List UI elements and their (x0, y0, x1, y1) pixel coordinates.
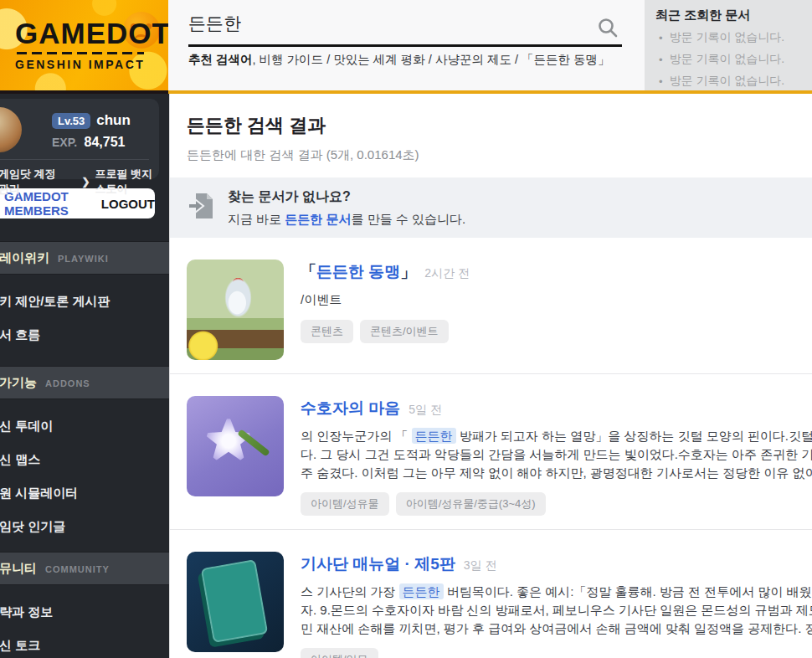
result-divider (170, 529, 812, 530)
sidebar-item-popular-posts[interactable]: 게임닷 인기글 (0, 510, 169, 543)
exp-label: EXP. (52, 136, 77, 149)
sidebar-item-wiki-board[interactable]: 위키 제안/토론 게시판 (0, 285, 169, 318)
logo-subtitle: GENSHIN IMPACT (15, 58, 168, 71)
sidebar-item-doc-flow[interactable]: 문서 흐름 (0, 318, 169, 352)
description-line: 의 인장누군가의 「 든든한 방패가 되고자 하는 열망」을 상징하는 깃털 모… (301, 427, 812, 445)
sidebar-item-genshin-today[interactable]: 원신 투데이 (0, 409, 169, 443)
result-tags: 콘텐츠콘텐츠/이벤트 (301, 320, 470, 343)
sidebar-item-genshin-maps[interactable]: 원신 맵스 (0, 443, 169, 476)
create-document-notice: 찾는 문서가 없나요? 지금 바로 든든한 문서를 만들 수 있습니다. (170, 177, 812, 238)
result-path: /이벤트 (301, 292, 470, 308)
description-line: 스 기사단의 가장 든든한 버팀목이다. 좋은 예시:「정말 훌륭해. 방금 전… (301, 583, 812, 601)
logo-title: GAMEDOT (15, 18, 168, 48)
notice-title: 찾는 문서가 없나요? (228, 188, 465, 206)
account-manage-link[interactable]: 게임닷 계정 관리 (0, 167, 58, 197)
recent-document-item: •방문 기록이 없습니다. (655, 74, 812, 89)
search-result-item: 수호자의 마음 5일 전 의 인장누군가의 「 든든한 방패가 되고자 하는 열… (170, 396, 812, 516)
sidebar-section-community: 커뮤니티COMMUNITY (0, 552, 169, 585)
create-document-icon (187, 193, 217, 223)
category-tag[interactable]: 콘텐츠 (301, 320, 353, 343)
category-tag[interactable]: 콘텐츠/이벤트 (360, 320, 449, 343)
recent-document-item: •방문 기록이 없습니다. (655, 52, 812, 67)
knight-thumbnail[interactable] (187, 260, 284, 360)
description-line: 주 숨겼다. 이처럼 그는 아무 제약 없이 해야 하지만, 광명정대한 기사로… (301, 464, 812, 482)
result-tags: 아이템/성유물아이템/성유물/중급(3~4성) (301, 492, 812, 516)
site-logo[interactable]: GAMEDOT GENSHIN IMPACT (0, 0, 168, 90)
search-underline (188, 44, 622, 47)
result-divider (170, 373, 812, 374)
suggested-search-term[interactable]: 맛있는 세계 평화 (333, 53, 425, 66)
search-term-highlight: 든든한 (399, 583, 444, 599)
bullet-icon: • (659, 54, 663, 66)
sidebar-section-addons: 추가기능ADDONS (0, 366, 169, 399)
result-description: 의 인장누군가의 「 든든한 방패가 되고자 하는 열망」을 상징하는 깃털 모… (301, 427, 812, 482)
create-document-link[interactable]: 든든한 문서 (285, 212, 351, 226)
sidebar: Lv.53 chun EXP. 84,751 게임닷 계정 관리 ❯ 프로필 뱃… (0, 94, 169, 658)
page-title: 든든한 검색 결과 (187, 113, 812, 138)
sidebar-item-genshin-talk[interactable]: 원신 토크 (0, 629, 169, 658)
description-line: 민 재산에 손해를 끼치면, 평가 후 급여와 상여금에서 손해 금액에 맞춰 … (301, 619, 812, 638)
profile-badge-store-link[interactable]: ❯ 프로필 뱃지 스토어 (81, 167, 159, 197)
top-header: GAMEDOT GENSHIN IMPACT 추천 검색어, 비행 가이드 / … (0, 0, 812, 90)
result-tags: 아이템/임무 (301, 648, 812, 658)
category-tag[interactable]: 아이템/성유물 (301, 492, 389, 516)
book-thumbnail[interactable] (187, 552, 284, 652)
logout-label: LOGOUT (101, 197, 155, 211)
exp-value: 84,751 (85, 135, 126, 149)
logo-dashed-divider (17, 52, 144, 54)
results-list: 「든든한 동맹」 2시간 전 /이벤트 콘텐츠콘텐츠/이벤트 수호자의 마음 5… (170, 260, 812, 658)
result-timestamp: 2시간 전 (424, 266, 470, 281)
result-title-link[interactable]: 수호자의 마음 (301, 398, 400, 419)
search-icon[interactable] (597, 17, 619, 42)
description-line: 자. 9.몬드의 수호자이자 바람 신의 방패로서, 페보니우스 기사단 일원은… (301, 601, 812, 619)
search-result-item: 기사단 매뉴얼 · 제5판 3일 전 스 기사단의 가장 든든한 버팀목이다. … (170, 552, 812, 658)
results-summary: 든든한에 대한 검색 결과 (5개, 0.01614초) (187, 147, 812, 163)
recent-documents-panel: 최근 조회한 문서 •방문 기록이 없습니다.•방문 기록이 없습니다.•방문 … (645, 0, 812, 90)
search-results-main: 든든한 검색 결과 든든한에 대한 검색 결과 (5개, 0.01614초) 찾… (169, 94, 812, 658)
suggest-label: 추천 검색어 (188, 53, 253, 66)
profile-username: chun (96, 112, 131, 129)
category-tag[interactable]: 아이템/임무 (301, 648, 378, 658)
result-timestamp: 3일 전 (464, 558, 497, 573)
result-description: 스 기사단의 가장 든든한 버팀목이다. 좋은 예시:「정말 훌륭해. 방금 전… (301, 583, 812, 638)
sidebar-section-playwiki: 플레이위키PLAYWIKI (0, 241, 169, 275)
chevron-right-icon: ❯ (81, 176, 90, 188)
result-title-link[interactable]: 기사단 매뉴얼 · 제5판 (301, 553, 455, 575)
bullet-icon: • (659, 75, 663, 88)
search-area: 추천 검색어, 비행 가이드 / 맛있는 세계 평화 / 사냥꾼의 제도 / 「… (168, 0, 645, 90)
description-line: 다. 그 당시 그건 도적과 악당들의 간담을 서늘하게 만드는 빛이었다.수호… (301, 445, 812, 464)
level-badge: Lv.53 (52, 113, 90, 129)
suggested-search-term[interactable]: 사냥꾼의 제도 (435, 53, 511, 66)
result-title-link[interactable]: 「든든한 동맹」 (301, 261, 416, 283)
suggested-search-term[interactable]: 비행 가이드 (260, 53, 324, 66)
bullet-icon: • (659, 32, 663, 44)
flower-thumbnail[interactable] (187, 396, 284, 496)
category-tag[interactable]: 아이템/성유물/중급(3~4성) (396, 492, 546, 516)
sidebar-item-wish-simulator[interactable]: 기원 시뮬레이터 (0, 476, 169, 510)
search-term-highlight: 든든한 (412, 428, 456, 444)
profile-card: Lv.53 chun EXP. 84,751 게임닷 계정 관리 ❯ 프로필 뱃… (0, 99, 159, 179)
search-result-item: 「든든한 동맹」 2시간 전 /이벤트 콘텐츠콘텐츠/이벤트 (170, 260, 812, 360)
result-timestamp: 5일 전 (409, 403, 442, 418)
notice-line: 지금 바로 든든한 문서를 만들 수 있습니다. (228, 212, 465, 228)
search-input[interactable] (188, 13, 607, 33)
sidebar-menu: 플레이위키PLAYWIKI위키 제안/토론 게시판문서 흐름추가기능ADDONS… (0, 241, 169, 658)
search-suggestions: 추천 검색어, 비행 가이드 / 맛있는 세계 평화 / 사냥꾼의 제도 / 「… (188, 52, 610, 68)
recent-document-item: •방문 기록이 없습니다. (655, 30, 812, 45)
suggested-search-term[interactable]: 「든든한 동맹」 (522, 53, 610, 66)
sidebar-item-guides-info[interactable]: 공략과 정보 (0, 595, 169, 629)
recent-documents-title: 최근 조회한 문서 (655, 8, 812, 23)
